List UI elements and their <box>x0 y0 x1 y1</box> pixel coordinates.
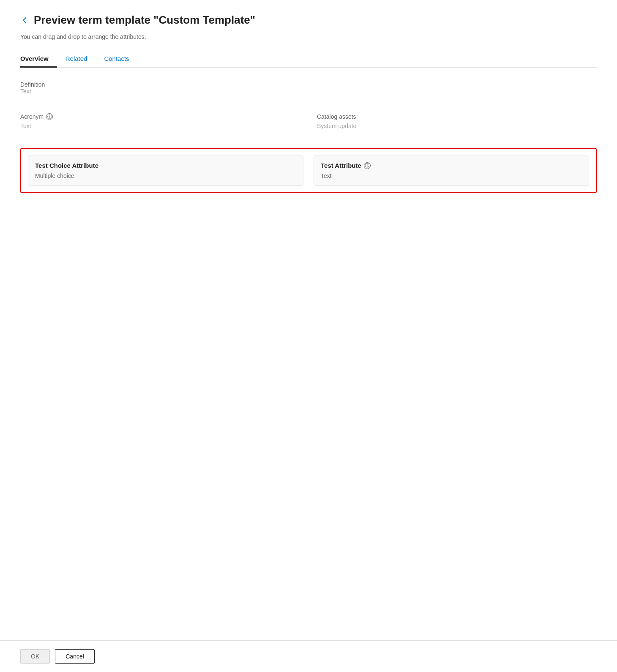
definition-field: Definition Text <box>20 81 597 95</box>
definition-label: Definition <box>20 81 597 88</box>
footer: OK Cancel <box>0 640 617 672</box>
ok-button[interactable]: OK <box>20 649 50 664</box>
test-choice-attribute-value: Multiple choice <box>35 172 296 179</box>
tabs-row: Overview Related Contacts <box>20 50 597 68</box>
test-attribute-title: Test Attribute <box>321 162 361 169</box>
tab-related[interactable]: Related <box>57 51 96 68</box>
acronym-value: Text <box>20 123 300 129</box>
back-button[interactable] <box>20 16 29 25</box>
fields-section: Definition Text Acronym ⓘ Text Catalog a… <box>20 81 597 193</box>
test-attribute-info-icon[interactable]: ⓘ <box>364 162 371 169</box>
acronym-info-icon[interactable]: ⓘ <box>46 113 53 120</box>
catalog-assets-value: System update <box>317 123 597 129</box>
tab-contacts[interactable]: Contacts <box>96 51 137 68</box>
cancel-button[interactable]: Cancel <box>55 649 95 664</box>
test-attribute-card: Test Attribute ⓘ Text <box>314 156 589 186</box>
acronym-field: Acronym ⓘ Text <box>20 113 300 129</box>
catalog-assets-field: Catalog assets System update <box>317 113 597 129</box>
tab-overview[interactable]: Overview <box>20 51 57 68</box>
subtitle-text: You can drag and drop to arrange the att… <box>20 33 597 40</box>
page-title: Preview term template "Custom Template" <box>34 14 255 27</box>
definition-value: Text <box>20 88 597 95</box>
test-choice-attribute-card: Test Choice Attribute Multiple choice <box>28 156 303 186</box>
highlighted-attributes-section: Test Choice Attribute Multiple choice Te… <box>20 148 597 193</box>
acronym-catalog-row: Acronym ⓘ Text Catalog assets System upd… <box>20 113 597 129</box>
test-choice-attribute-title: Test Choice Attribute <box>35 162 98 169</box>
test-attribute-value: Text <box>321 172 582 179</box>
catalog-assets-label: Catalog assets <box>317 113 597 120</box>
acronym-label: Acronym <box>20 113 44 120</box>
